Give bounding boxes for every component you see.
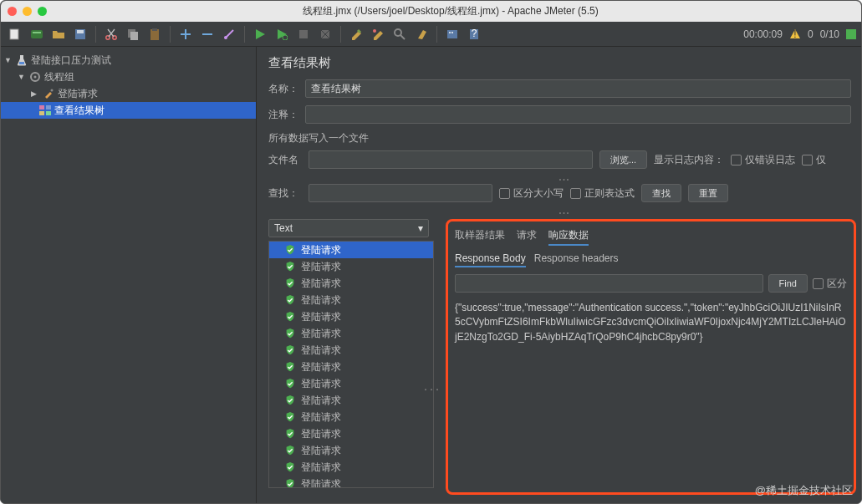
sample-label: 登陆请求 [301,427,341,441]
save-icon[interactable] [71,25,89,43]
start-icon[interactable] [251,25,269,43]
name-input[interactable] [305,79,851,98]
shutdown-icon[interactable] [316,25,334,43]
detail-tabs: 取样器结果 请求 响应数据 [455,227,847,246]
tab-sampler-result[interactable]: 取样器结果 [455,227,505,246]
svg-rect-1 [31,30,43,38]
sample-label: 登陆请求 [301,260,341,274]
clear-all-icon[interactable] [369,25,387,43]
renderer-dropdown[interactable]: Text ▾ [268,219,429,237]
toolbar: ? 00:00:09 ! 0 0/10 [1,22,861,47]
paste-icon[interactable] [145,25,164,43]
tree-sampler[interactable]: ▶ 登陆请求 [1,85,256,102]
sample-result-item[interactable]: 登陆请求 [269,292,433,308]
minimize-window-icon[interactable] [23,7,32,16]
sample-result-item[interactable]: 登陆请求 [269,325,433,342]
chevron-down-icon: ▼ [18,73,26,81]
sample-result-item[interactable]: 登陆请求 [269,409,433,425]
maximize-window-icon[interactable] [38,7,47,16]
svg-point-12 [283,35,288,40]
svg-rect-18 [449,32,451,33]
cut-icon[interactable] [102,25,120,43]
sample-result-item[interactable]: 登陆请求 [269,425,433,442]
tree-listener[interactable]: 查看结果树 [1,102,256,119]
sample-list[interactable]: 登陆请求登陆请求登陆请求登陆请求登陆请求登陆请求登陆请求登陆请求登陆请求登陆请求… [268,241,434,488]
sample-result-item[interactable]: 登陆请求 [269,392,433,409]
svg-point-15 [373,29,376,33]
drag-handle-icon[interactable]: ••• [434,219,441,495]
sample-result-item[interactable]: 登陆请求 [269,308,433,325]
function-helper-icon[interactable] [443,25,462,43]
sample-label: 登陆请求 [301,327,341,341]
svg-rect-10 [152,28,157,31]
regex-checkbox[interactable]: 正则表达式 [570,186,635,201]
templates-icon[interactable] [28,25,46,43]
find-case-checkbox[interactable]: 区分 [813,277,847,291]
find-button[interactable]: 查找 [641,184,681,202]
sample-result-item[interactable]: 登陆请求 [269,459,433,476]
drag-handle-icon[interactable]: ••• [268,176,861,182]
comment-input[interactable] [305,105,851,124]
results-tree-icon [39,104,51,116]
response-detail-panel: 取样器结果 请求 响应数据 Response Body Response hea… [446,219,856,495]
close-window-icon[interactable] [8,7,17,16]
sample-label: 登陆请求 [301,243,341,257]
search-input[interactable] [309,184,492,202]
svg-rect-4 [77,30,84,33]
app-window: 线程组.jmx (/Users/joel/Desktop/线程组.jmx) - … [0,0,862,504]
find-in-response-input[interactable] [455,274,763,293]
sample-result-item[interactable]: 登陆请求 [269,476,433,488]
dropper-icon [43,88,54,99]
sample-result-item[interactable]: 登陆请求 [269,359,433,375]
filename-input[interactable] [309,150,593,169]
toggle-icon[interactable] [220,25,238,43]
errors-only-checkbox[interactable]: 仅错误日志 [731,153,795,167]
sample-result-item[interactable]: 登陆请求 [269,375,433,392]
case-sensitive-checkbox[interactable]: 区分大小写 [499,186,564,201]
copy-icon[interactable] [124,25,142,43]
sample-label: 登陆请求 [301,444,341,458]
panel-title: 查看结果树 [268,55,861,71]
response-subtabs: Response Body Response headers [455,251,847,267]
response-body-text[interactable]: {"success":true,"message":"Authenticatio… [455,301,847,344]
chevron-right-icon: ▶ [31,89,39,98]
name-label: 名称： [268,82,298,96]
find-in-response-button[interactable]: Find [768,274,808,293]
help-icon[interactable]: ? [465,25,483,43]
window-controls [8,7,47,16]
sample-label: 登陆请求 [301,461,341,475]
log-label: 显示日志内容： [654,153,724,167]
subtab-response-body[interactable]: Response Body [455,251,526,267]
sample-result-item[interactable]: 登陆请求 [269,258,433,275]
tree-root[interactable]: ▼ 登陆接口压力测试 [1,52,256,69]
drag-handle-icon[interactable]: ••• [268,210,861,216]
start-no-timers-icon[interactable] [273,25,291,43]
open-icon[interactable] [49,25,68,43]
elapsed-time: 00:00:09 [743,28,783,40]
expand-icon[interactable] [176,25,195,43]
svg-point-27 [51,89,54,92]
sample-label: 登陆请求 [301,310,341,324]
sample-result-item[interactable]: 登陆请求 [269,442,433,459]
reset-button[interactable]: 重置 [688,184,728,202]
search-icon[interactable] [390,25,409,43]
sample-result-item[interactable]: 登陆请求 [269,242,433,258]
sample-result-item[interactable]: 登陆请求 [269,275,433,292]
collapse-icon[interactable] [198,25,217,43]
clear-icon[interactable] [347,25,365,43]
tab-response-data[interactable]: 响应数据 [548,227,589,246]
thread-count: 0/10 [820,28,839,40]
reset-search-icon[interactable] [412,25,431,43]
new-icon[interactable] [6,25,24,43]
tree-label: 线程组 [44,70,74,84]
svg-rect-31 [46,111,51,115]
browse-button[interactable]: 浏览... [599,150,647,169]
svg-text:!: ! [793,28,796,40]
sample-result-item[interactable]: 登陆请求 [269,342,433,359]
tab-request[interactable]: 请求 [517,227,537,246]
tree-thread-group[interactable]: ▼ 线程组 [1,69,256,85]
success-only-checkbox[interactable]: 仅 [802,153,826,167]
stop-icon[interactable] [294,25,313,43]
warning-icon: ! [789,28,801,40]
subtab-response-headers[interactable]: Response headers [534,251,619,267]
